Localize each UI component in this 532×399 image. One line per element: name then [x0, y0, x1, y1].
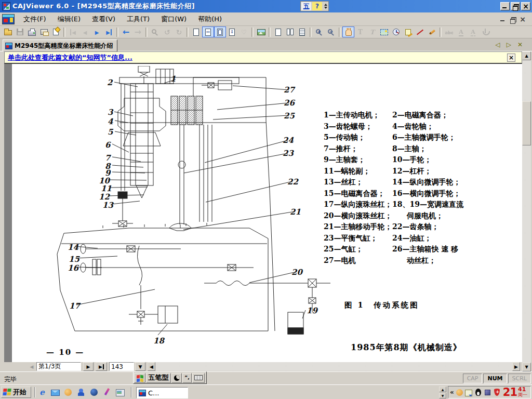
fit-height-button[interactable] [226, 26, 238, 37]
close-button[interactable] [521, 2, 530, 10]
page-setup-button[interactable] [50, 26, 62, 37]
last-page-button[interactable] [103, 26, 115, 37]
facing-pages-button[interactable] [284, 26, 296, 37]
qq-face-tray-icon[interactable] [456, 389, 463, 396]
print-button[interactable] [26, 26, 38, 37]
horizontal-scroll-track[interactable] [155, 362, 512, 371]
menu-item[interactable]: 文件(F) [18, 12, 52, 26]
zoom-dropdown-icon[interactable]: ▼ [135, 362, 145, 371]
doc-restore-button[interactable] [509, 16, 517, 23]
line-tool-button[interactable] [414, 26, 426, 37]
minimize-button[interactable] [500, 2, 510, 10]
start-button[interactable]: 开始 [1, 387, 31, 398]
document-tab[interactable]: M2945型高精度坐标磨床性能介绍 [3, 39, 117, 51]
vertical-text-select-button[interactable] [366, 26, 378, 37]
doc-close-button[interactable] [518, 16, 527, 23]
underline-button[interactable] [455, 26, 467, 37]
anchor-button[interactable] [479, 26, 491, 37]
forward-button[interactable] [132, 26, 144, 37]
actual-size-button[interactable] [190, 26, 202, 37]
menu-item[interactable]: 工具(T) [121, 12, 155, 26]
mail-icon[interactable] [50, 388, 60, 397]
doc-minimize-button[interactable] [499, 16, 507, 23]
back-button[interactable] [120, 26, 132, 37]
app-icon[interactable] [2, 2, 10, 10]
scroll-down-icon[interactable]: ▼ [522, 363, 531, 371]
halfwidth-moon-icon[interactable] [171, 373, 182, 383]
diagram-part-number: 21 [290, 207, 301, 217]
page-number-input[interactable] [36, 362, 81, 371]
zoom-out-button[interactable]: − [325, 26, 337, 37]
internet-explorer-icon[interactable] [37, 388, 47, 397]
tab-scroll-right-icon[interactable]: ▷ [507, 41, 511, 48]
highlight-button[interactable] [443, 26, 455, 37]
picture-viewer-icon[interactable] [115, 388, 125, 397]
hscroll-right-icon[interactable]: ▶ [512, 362, 520, 371]
redo-button[interactable] [173, 26, 185, 37]
fit-page-button[interactable] [214, 26, 226, 37]
qq-penguin-tray-icon[interactable] [474, 389, 482, 396]
squiggly-button[interactable] [467, 26, 479, 37]
menu-item[interactable]: 查看(V) [86, 12, 121, 26]
network-tray-icon[interactable] [484, 389, 491, 396]
zoom-level-input[interactable] [109, 362, 134, 371]
ime-logo-icon[interactable] [134, 373, 145, 383]
hscroll-left-icon[interactable]: ◀ [148, 362, 155, 371]
fit-width-button[interactable] [202, 26, 214, 37]
help-icon[interactable]: ? [312, 2, 322, 10]
prev-page-button[interactable] [79, 26, 91, 37]
image-mode-button[interactable] [255, 26, 267, 37]
vertical-scrollbar[interactable]: ▲ ▼ [522, 51, 531, 371]
find-button[interactable] [149, 26, 161, 37]
soft-keyboard-icon[interactable] [192, 373, 205, 383]
continuous-pages-button[interactable] [296, 26, 308, 37]
menu-item[interactable]: 编辑(E) [52, 12, 86, 26]
note-button[interactable] [402, 26, 414, 37]
single-page-button[interactable] [272, 26, 284, 37]
toolbar-handle[interactable] [323, 2, 328, 10]
tray-collapse-icon[interactable] [450, 389, 454, 396]
wubi-input-icon[interactable]: 五 [301, 2, 311, 10]
tray-clock[interactable]: 21 41 周一 [503, 387, 527, 397]
title-bar[interactable]: CAJViewer 6.0 - [M2945型高精度坐标磨床性能介绍] 五 ? [0, 0, 532, 12]
diagram-part-number: 20 [291, 268, 302, 277]
hand-tool-button[interactable] [342, 26, 354, 37]
messenger-icon[interactable] [76, 388, 86, 397]
text-select-button[interactable] [354, 26, 366, 37]
qq-icon[interactable] [63, 388, 73, 397]
open-button[interactable] [2, 26, 14, 37]
last-page-nav-icon[interactable]: ▶ [96, 362, 107, 371]
pen-tool-icon[interactable] [102, 388, 112, 397]
undo-button[interactable] [161, 26, 173, 37]
tab-close-icon[interactable]: ✕ [517, 41, 523, 48]
print-preview-button[interactable] [38, 26, 50, 37]
menu-item[interactable]: 窗口(W) [155, 12, 192, 26]
transmission-diagram: 1234567891011121314151617181920212223242… [25, 66, 337, 347]
next-page-button[interactable] [91, 26, 103, 37]
menu-item[interactable]: 帮助(H) [192, 12, 228, 26]
cnki-node-link[interactable]: 单击此处查看此篇文献的“知网节”信息... [8, 53, 132, 62]
globe-icon[interactable] [89, 388, 99, 397]
vertical-scroll-thumb[interactable] [522, 101, 531, 145]
security-shield-tray-icon[interactable] [493, 389, 501, 396]
tab-scroll-left-icon[interactable]: ◁ [495, 41, 500, 48]
save-button[interactable] [14, 26, 26, 37]
first-page-button[interactable] [67, 26, 79, 37]
linkbar-close-icon[interactable]: × [507, 54, 515, 62]
punctuation-icon[interactable] [182, 373, 192, 383]
page-back-icon[interactable]: ◀ [28, 363, 35, 371]
cajviewer-task-button[interactable]: C... [136, 387, 188, 398]
zoom-in-button[interactable]: + [313, 26, 325, 37]
pencil-tool-button[interactable] [426, 26, 438, 37]
image-viewer-tray-icon[interactable] [465, 389, 473, 396]
scroll-up-icon[interactable]: ▲ [522, 51, 531, 60]
snapshot-button[interactable] [390, 26, 402, 37]
ime-mode-button[interactable]: 五笔型 [146, 373, 171, 383]
restore-button[interactable] [511, 2, 520, 10]
document-page[interactable]: 1234567891011121314151617181920212223242… [12, 64, 522, 362]
next-page-nav-icon[interactable]: ▶ [83, 362, 94, 371]
favorite-button[interactable] [238, 26, 250, 37]
spinner-up-icon[interactable]: ▲ [439, 387, 446, 392]
image-select-button[interactable] [378, 26, 390, 37]
spinner-down-icon[interactable]: ▼ [439, 393, 446, 398]
